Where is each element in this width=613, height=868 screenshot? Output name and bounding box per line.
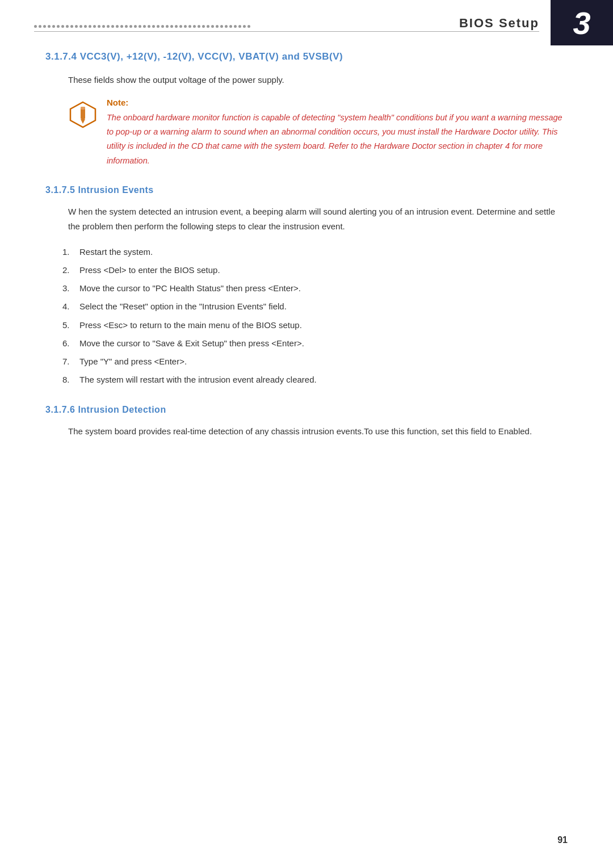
dot (75, 25, 78, 28)
dot (148, 25, 150, 28)
step-7: Type "Y" and press <Enter>. (79, 354, 568, 369)
dot (247, 25, 250, 28)
section-3175-heading: 3.1.7.5 Intrusion Events (45, 185, 568, 195)
dot (216, 25, 219, 28)
dot (79, 25, 82, 28)
dot (43, 25, 46, 28)
dot (107, 25, 110, 28)
dot (34, 25, 37, 28)
dot (93, 25, 96, 28)
step-2: Press <Del> to enter the BIOS setup. (79, 263, 568, 278)
note-box: Note: The onboard hardware monitor funct… (45, 98, 568, 169)
dot (84, 25, 87, 28)
dot (166, 25, 169, 28)
steps-list: Restart the system. Press <Del> to enter… (45, 245, 568, 388)
step-8: The system will restart with the intrusi… (79, 372, 568, 387)
svg-rect-3 (81, 107, 85, 110)
dot (89, 25, 91, 28)
dot (152, 25, 155, 28)
step-4: Select the "Reset" option in the "Intrus… (79, 299, 568, 314)
note-title: Note: (107, 98, 568, 107)
dot (243, 25, 246, 28)
dot (138, 25, 141, 28)
chapter-number: 3 (573, 5, 590, 41)
dot (170, 25, 173, 28)
dot (102, 25, 105, 28)
dot (220, 25, 223, 28)
dot (134, 25, 137, 28)
section-3176: 3.1.7.6 Intrusion Detection The system b… (45, 405, 568, 439)
note-svg-icon (68, 100, 98, 129)
dot (129, 25, 132, 28)
dot (125, 25, 128, 28)
dot (111, 25, 114, 28)
header-dots (34, 25, 539, 28)
note-icon (68, 100, 98, 129)
dot (116, 25, 119, 28)
dot (52, 25, 55, 28)
dot (229, 25, 232, 28)
chapter-number-box: 3 (551, 0, 613, 45)
dot (207, 25, 209, 28)
header-area: BIOS Setup 3 (0, 0, 613, 45)
main-content: 3.1.7.4 VCC3(V), +12(V), -12(V), VCC(V),… (0, 0, 613, 483)
dot (61, 25, 64, 28)
section-3175: 3.1.7.5 Intrusion Events W hen the syste… (45, 185, 568, 388)
dot (143, 25, 146, 28)
step-5: Press <Esc> to return to the main menu o… (79, 318, 568, 333)
page-container: BIOS Setup 3 (0, 0, 613, 868)
dot (39, 25, 41, 28)
dot (175, 25, 178, 28)
dot (198, 25, 200, 28)
dot (193, 25, 196, 28)
step-3: Move the cursor to "PC Health Status" th… (79, 281, 568, 296)
dot (234, 25, 237, 28)
dot (120, 25, 123, 28)
step-6: Move the cursor to "Save & Exit Setup" t… (79, 336, 568, 351)
dot (238, 25, 241, 28)
header-title: BIOS Setup (459, 16, 539, 31)
dot (225, 25, 228, 28)
dot (98, 25, 100, 28)
dot (66, 25, 69, 28)
dot (211, 25, 214, 28)
section-3174-body: These fields show the output voltage of … (45, 73, 568, 87)
dot (57, 25, 60, 28)
dot (70, 25, 73, 28)
svg-marker-2 (81, 119, 85, 124)
dot (161, 25, 164, 28)
dot (202, 25, 205, 28)
section-3176-body: The system board provides real-time dete… (45, 424, 568, 439)
header-divider (34, 31, 539, 32)
dot (157, 25, 159, 28)
step-1: Restart the system. (79, 245, 568, 259)
page-number: 91 (557, 835, 568, 845)
section-3174-heading: 3.1.7.4 VCC3(V), +12(V), -12(V), VCC(V),… (45, 51, 568, 62)
dot (179, 25, 182, 28)
section-3176-heading: 3.1.7.6 Intrusion Detection (45, 405, 568, 415)
note-text: The onboard hardware monitor function is… (107, 111, 568, 169)
section-3175-body: W hen the system detected an intrusion e… (45, 204, 568, 234)
dot (188, 25, 191, 28)
dot (48, 25, 51, 28)
section-3174: 3.1.7.4 VCC3(V), +12(V), -12(V), VCC(V),… (45, 51, 568, 168)
dot (184, 25, 187, 28)
note-content: Note: The onboard hardware monitor funct… (107, 98, 568, 169)
